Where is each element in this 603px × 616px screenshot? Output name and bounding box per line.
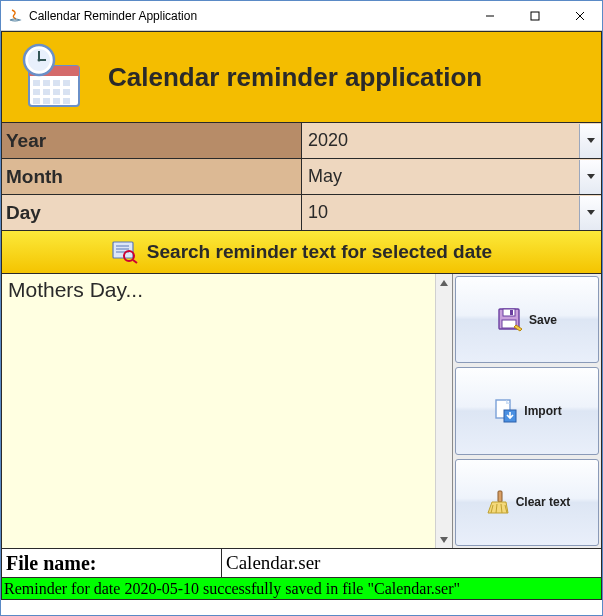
chevron-down-icon <box>579 160 601 194</box>
minimize-button[interactable] <box>467 1 512 30</box>
broom-icon <box>484 489 510 515</box>
svg-rect-37 <box>510 310 513 315</box>
svg-marker-25 <box>587 210 595 215</box>
save-button[interactable]: Save <box>455 276 599 363</box>
month-value: May <box>302 166 579 187</box>
search-list-icon <box>111 240 139 264</box>
svg-rect-15 <box>43 98 50 104</box>
day-label: Day <box>2 195 302 230</box>
scroll-track[interactable] <box>436 291 452 531</box>
reminder-textarea[interactable] <box>2 274 435 548</box>
file-row: File name: <box>1 549 602 578</box>
app-title: Calendar reminder application <box>108 62 482 93</box>
clear-label: Clear text <box>516 495 571 509</box>
search-button[interactable]: Search reminder text for selected date <box>1 231 602 274</box>
day-value: 10 <box>302 202 579 223</box>
svg-rect-13 <box>63 89 70 95</box>
svg-marker-24 <box>587 174 595 179</box>
middle-panel: Save Import <box>1 274 602 549</box>
clear-button[interactable]: Clear text <box>455 459 599 546</box>
button-column: Save Import <box>453 274 601 548</box>
save-label: Save <box>529 313 557 327</box>
month-row: Month May <box>1 159 602 195</box>
svg-point-22 <box>37 58 40 61</box>
svg-rect-12 <box>53 89 60 95</box>
scrollbar[interactable] <box>435 274 452 548</box>
svg-marker-32 <box>440 280 448 286</box>
svg-rect-35 <box>503 309 515 316</box>
svg-rect-16 <box>53 98 60 104</box>
filename-input[interactable] <box>222 549 601 577</box>
status-bar: Reminder for date 2020-05-10 successfull… <box>1 578 602 600</box>
chevron-down-icon <box>579 124 601 158</box>
svg-rect-7 <box>43 80 50 86</box>
year-label: Year <box>2 123 302 158</box>
day-combo[interactable]: 10 <box>302 195 601 230</box>
svg-rect-1 <box>531 12 539 20</box>
close-button[interactable] <box>557 1 602 30</box>
svg-rect-8 <box>53 80 60 86</box>
search-label: Search reminder text for selected date <box>147 241 492 263</box>
month-label: Month <box>2 159 302 194</box>
svg-line-31 <box>133 260 137 263</box>
svg-marker-23 <box>587 138 595 143</box>
calendar-clock-icon <box>2 31 102 123</box>
year-row: Year 2020 <box>1 123 602 159</box>
day-row: Day 10 <box>1 195 602 231</box>
status-message: Reminder for date 2020-05-10 successfull… <box>4 580 460 598</box>
svg-rect-6 <box>33 80 40 86</box>
svg-rect-41 <box>498 491 502 502</box>
maximize-button[interactable] <box>512 1 557 30</box>
scroll-down-icon[interactable] <box>436 531 452 548</box>
text-area-wrap <box>2 274 453 548</box>
year-value: 2020 <box>302 130 579 151</box>
svg-rect-10 <box>33 89 40 95</box>
scroll-up-icon[interactable] <box>436 274 452 291</box>
chevron-down-icon <box>579 196 601 230</box>
window-title: Callendar Reminder Application <box>29 9 467 23</box>
svg-rect-9 <box>63 80 70 86</box>
filename-label: File name: <box>2 549 222 577</box>
svg-rect-14 <box>33 98 40 104</box>
month-combo[interactable]: May <box>302 159 601 194</box>
svg-rect-26 <box>113 242 133 258</box>
svg-marker-33 <box>440 537 448 543</box>
year-combo[interactable]: 2020 <box>302 123 601 158</box>
app-window: Callendar Reminder Application <box>0 0 603 616</box>
titlebar: Callendar Reminder Application <box>1 1 602 31</box>
svg-rect-11 <box>43 89 50 95</box>
header: Calendar reminder application <box>1 31 602 123</box>
svg-rect-17 <box>63 98 70 104</box>
import-button[interactable]: Import <box>455 367 599 454</box>
import-label: Import <box>524 404 561 418</box>
java-icon <box>7 8 23 24</box>
import-icon <box>492 398 518 424</box>
floppy-icon <box>497 307 523 333</box>
